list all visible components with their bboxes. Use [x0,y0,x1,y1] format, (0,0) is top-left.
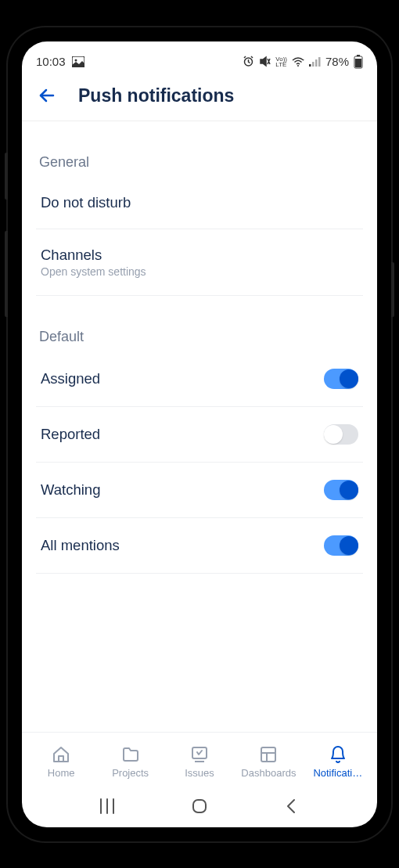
toggle-knob [340,369,358,388]
setting-label: Do not disturb [41,194,131,211]
nav-notifications[interactable]: Notificati… [304,745,372,779]
nav-label: Dashboards [241,767,296,779]
nav-label: Notificati… [313,767,362,779]
volte-icon: Vo))LTE [275,56,287,67]
mute-icon [259,56,271,67]
recent-apps-button[interactable] [99,798,116,818]
setting-label: Reported [41,426,100,443]
nav-home[interactable]: Home [27,745,95,779]
svg-point-1 [74,59,77,61]
nav-projects[interactable]: Projects [95,745,164,779]
arrow-left-icon [38,86,56,105]
nav-dashboards[interactable]: Dashboards [234,745,303,779]
phone-button [5,153,8,200]
svg-text:+: + [304,57,304,62]
signal-icon [309,57,321,67]
nav-label: Issues [185,767,214,779]
image-icon [72,56,84,67]
svg-rect-6 [312,62,315,67]
setting-assigned[interactable]: Assigned [36,351,363,407]
svg-rect-7 [315,59,318,67]
phone-button [5,231,8,317]
setting-label: Assigned [41,370,100,387]
status-bar: 10:03 Vo))LTE + 78% [22,41,377,74]
home-icon [52,745,70,764]
svg-rect-21 [193,800,206,812]
back-nav-button[interactable] [283,798,300,818]
svg-rect-10 [355,59,361,67]
app-header: Push notifications [22,74,377,121]
setting-sublabel: Open system settings [41,265,146,278]
toggle-mentions[interactable] [324,535,358,556]
status-battery-pct: 78% [325,55,349,68]
svg-rect-15 [261,747,275,762]
bottom-nav: Home Projects Issues Dashboards Notifica… [22,732,377,788]
back-nav-icon [283,798,300,815]
toggle-knob [324,425,343,444]
alarm-icon [243,56,254,67]
svg-rect-8 [318,57,321,67]
bell-icon [329,745,347,764]
nav-issues[interactable]: Issues [165,745,234,779]
screen: 10:03 Vo))LTE + 78% Push notifications G… [22,41,377,827]
nav-label: Projects [112,767,149,779]
home-button[interactable] [190,797,209,819]
setting-reported[interactable]: Reported [36,407,363,463]
home-nav-icon [190,797,209,816]
setting-dnd[interactable]: Do not disturb [36,177,363,229]
setting-watching[interactable]: Watching [36,463,363,518]
battery-icon [354,55,363,69]
nav-label: Home [48,767,75,779]
dashboard-icon [259,745,278,764]
toggle-watching[interactable] [324,480,358,500]
system-nav [22,788,377,827]
section-general: General [36,121,363,177]
svg-rect-5 [309,64,311,67]
page-title: Push notifications [78,85,234,106]
folder-icon [121,745,140,764]
issues-icon [190,745,209,764]
phone-frame: 10:03 Vo))LTE + 78% Push notifications G… [8,27,391,841]
toggle-knob [340,481,358,499]
setting-mentions[interactable]: All mentions [36,518,363,574]
content: General Do not disturb Channels Open sys… [22,121,377,732]
toggle-reported[interactable] [324,424,358,445]
setting-label: All mentions [41,537,120,554]
status-time: 10:03 [36,55,66,68]
setting-label: Channels [41,247,146,264]
svg-point-3 [297,65,299,67]
toggle-assigned[interactable] [324,369,358,389]
recents-icon [99,798,116,815]
back-button[interactable] [38,86,56,105]
setting-channels[interactable]: Channels Open system settings [36,229,363,296]
section-default: Default [36,296,363,351]
toggle-knob [340,536,358,555]
svg-rect-11 [357,55,360,56]
setting-label: Watching [41,481,100,499]
phone-button [391,262,394,317]
wifi-icon: + [292,57,304,67]
